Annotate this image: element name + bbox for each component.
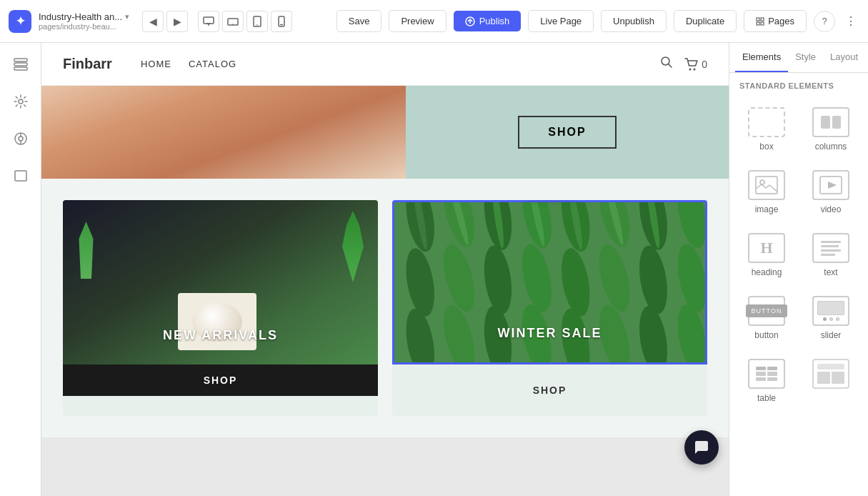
duplicate-button[interactable]: Duplicate	[674, 10, 737, 32]
hero-section: SHOP	[41, 86, 729, 179]
sidebar-apps-icon[interactable]	[8, 126, 34, 152]
product-shop-button-1[interactable]: SHOP	[490, 375, 610, 406]
panel-tabs: Elements Style Layout	[729, 43, 868, 73]
undo-button[interactable]: ◀	[142, 11, 164, 32]
preview-button[interactable]: Preview	[389, 10, 446, 32]
element-button[interactable]: BUTTON button	[735, 287, 798, 349]
publish-button[interactable]: Publish	[454, 11, 522, 31]
cart-icon[interactable]: 0	[684, 58, 707, 71]
save-button[interactable]: Save	[336, 10, 382, 32]
elements-grid: box columns image	[729, 96, 868, 415]
svg-point-27	[694, 68, 696, 70]
svg-point-18	[19, 99, 23, 104]
site-nav-right: 0	[660, 56, 707, 72]
unpublish-button[interactable]: Unpublish	[601, 10, 667, 32]
element-heading[interactable]: H heading	[735, 224, 798, 286]
svg-rect-16	[14, 63, 27, 66]
slider-icon	[812, 296, 849, 326]
hero-shop-button[interactable]: SHOP	[518, 116, 616, 149]
svg-line-25	[669, 64, 672, 68]
extra-icon	[812, 359, 849, 389]
app-logo: ✦	[9, 10, 31, 33]
tab-style[interactable]: Style	[788, 43, 823, 72]
video-label: video	[821, 204, 842, 214]
site-nav: Finbarr HOME CATALOG 0	[41, 43, 729, 86]
search-icon[interactable]	[660, 56, 673, 72]
right-panel: Elements Style Layout STANDARD ELEMENTS …	[729, 43, 868, 496]
tab-layout[interactable]: Layout	[823, 43, 865, 72]
element-text[interactable]: text	[799, 224, 862, 286]
page-content: Finbarr HOME CATALOG 0	[41, 43, 729, 437]
more-options-button[interactable]: ⋮	[842, 11, 859, 32]
element-slider[interactable]: slider	[799, 287, 862, 349]
products-section: NEW ARRIVALS SHOP	[41, 179, 729, 437]
nav-home[interactable]: HOME	[141, 59, 171, 69]
desktop-view-button[interactable]	[198, 11, 219, 32]
heading-icon: H	[748, 233, 785, 263]
svg-point-20	[19, 137, 23, 141]
svg-rect-12	[761, 18, 764, 21]
live-page-button[interactable]: Live Page	[528, 10, 594, 32]
button-shape: BUTTON	[746, 304, 788, 317]
table-icon	[748, 359, 785, 389]
title-dropdown[interactable]: ▾	[125, 12, 129, 21]
sidebar-pages-icon[interactable]	[8, 51, 34, 77]
product-image-1[interactable]: WINTER SALE	[392, 200, 707, 364]
svg-marker-70	[828, 182, 837, 189]
page-title: Industry-Health an...	[39, 11, 122, 22]
button-icon: BUTTON	[748, 296, 785, 326]
element-table[interactable]: table	[735, 350, 798, 412]
product-shop-button-0[interactable]: SHOP	[204, 375, 238, 386]
left-sidebar	[0, 43, 41, 496]
product-label-1: WINTER SALE	[394, 326, 705, 341]
canvas-area[interactable]: Finbarr HOME CATALOG 0	[41, 43, 729, 496]
svg-rect-11	[757, 18, 759, 21]
elements-section-title: STANDARD ELEMENTS	[729, 73, 868, 96]
product-image-0[interactable]: NEW ARRIVALS	[63, 200, 378, 364]
image-icon	[748, 170, 785, 200]
redo-button[interactable]: ▶	[166, 11, 188, 32]
top-bar: ✦ Industry-Health an... ▾ pages/industry…	[0, 0, 868, 43]
text-icon	[812, 233, 849, 263]
sidebar-settings-icon[interactable]	[8, 89, 34, 114]
element-columns[interactable]: columns	[799, 99, 862, 160]
svg-rect-15	[14, 59, 27, 61]
svg-rect-67	[756, 177, 777, 194]
box-label: box	[759, 142, 773, 152]
heading-label: heading	[752, 267, 782, 277]
tab-elements[interactable]: Elements	[735, 43, 788, 72]
columns-icon	[812, 107, 849, 137]
svg-point-4	[232, 24, 234, 25]
hero-right: SHOP	[406, 86, 729, 179]
tablet-landscape-button[interactable]	[222, 11, 244, 32]
hero-image	[41, 86, 406, 179]
chat-bubble[interactable]	[684, 430, 719, 465]
page-subtitle: pages/industry-beau...	[39, 22, 129, 31]
element-image[interactable]: image	[735, 162, 798, 223]
element-box[interactable]: box	[735, 99, 798, 160]
page-title-area: Industry-Health an... ▾ pages/industry-b…	[39, 11, 129, 31]
columns-label: columns	[815, 142, 847, 152]
svg-rect-23	[15, 171, 26, 181]
svg-point-26	[689, 68, 692, 70]
site-nav-links: HOME CATALOG	[141, 59, 236, 69]
device-switcher	[198, 11, 292, 32]
sidebar-layers-icon[interactable]	[8, 163, 34, 189]
product-footer-1: SHOP	[392, 364, 707, 416]
tablet-portrait-button[interactable]	[246, 11, 268, 32]
help-button[interactable]: ?	[814, 11, 835, 32]
svg-point-6	[256, 24, 258, 26]
product-label-0: NEW ARRIVALS	[63, 328, 378, 343]
undo-redo-area: ◀ ▶	[142, 11, 188, 32]
svg-rect-13	[757, 22, 759, 25]
nav-catalog[interactable]: CATALOG	[189, 59, 236, 69]
product-footer-0: SHOP	[63, 364, 378, 396]
box-icon	[748, 107, 785, 137]
site-logo: Finbarr	[63, 56, 112, 72]
element-extra[interactable]	[799, 350, 862, 412]
product-card-1: Image	[392, 200, 707, 416]
pages-button[interactable]: Pages	[744, 10, 807, 32]
svg-rect-14	[761, 22, 764, 25]
element-video[interactable]: video	[799, 162, 862, 223]
mobile-view-button[interactable]	[271, 11, 292, 32]
